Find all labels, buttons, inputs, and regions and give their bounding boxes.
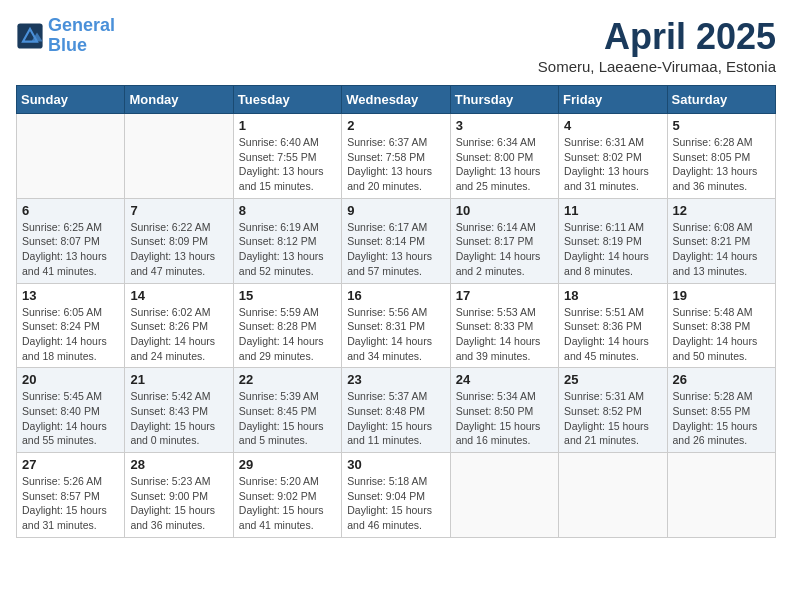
daylight-label: Daylight: 13 hours and 25 minutes. [456,165,541,192]
daylight-label: Daylight: 13 hours and 57 minutes. [347,250,432,277]
sunrise-label: Sunrise: 6:02 AM [130,306,210,318]
weekday-header: Saturday [667,86,775,114]
logo-text: General Blue [48,16,115,56]
day-number: 29 [239,457,336,472]
daylight-label: Daylight: 13 hours and 31 minutes. [564,165,649,192]
calendar-cell: 20 Sunrise: 5:45 AM Sunset: 8:40 PM Dayl… [17,368,125,453]
day-number: 13 [22,288,119,303]
day-number: 3 [456,118,553,133]
sunset-label: Sunset: 8:12 PM [239,235,317,247]
calendar-cell: 24 Sunrise: 5:34 AM Sunset: 8:50 PM Dayl… [450,368,558,453]
day-info: Sunrise: 5:34 AM Sunset: 8:50 PM Dayligh… [456,389,553,448]
sunrise-label: Sunrise: 6:08 AM [673,221,753,233]
sunrise-label: Sunrise: 6:17 AM [347,221,427,233]
weekday-header: Monday [125,86,233,114]
daylight-label: Daylight: 15 hours and 31 minutes. [22,504,107,531]
sunrise-label: Sunrise: 6:11 AM [564,221,644,233]
daylight-label: Daylight: 15 hours and 36 minutes. [130,504,215,531]
sunset-label: Sunset: 8:48 PM [347,405,425,417]
day-number: 22 [239,372,336,387]
month-title: April 2025 [538,16,776,58]
daylight-label: Daylight: 14 hours and 55 minutes. [22,420,107,447]
calendar-cell [17,114,125,199]
calendar-cell: 4 Sunrise: 6:31 AM Sunset: 8:02 PM Dayli… [559,114,667,199]
sunrise-label: Sunrise: 5:42 AM [130,390,210,402]
sunrise-label: Sunrise: 5:20 AM [239,475,319,487]
sunrise-label: Sunrise: 6:14 AM [456,221,536,233]
sunset-label: Sunset: 8:09 PM [130,235,208,247]
calendar-cell: 25 Sunrise: 5:31 AM Sunset: 8:52 PM Dayl… [559,368,667,453]
calendar-cell: 10 Sunrise: 6:14 AM Sunset: 8:17 PM Dayl… [450,198,558,283]
day-info: Sunrise: 5:20 AM Sunset: 9:02 PM Dayligh… [239,474,336,533]
day-number: 8 [239,203,336,218]
sunset-label: Sunset: 8:19 PM [564,235,642,247]
weekday-header: Sunday [17,86,125,114]
sunset-label: Sunset: 8:21 PM [673,235,751,247]
day-info: Sunrise: 6:08 AM Sunset: 8:21 PM Dayligh… [673,220,770,279]
day-number: 26 [673,372,770,387]
sunset-label: Sunset: 9:00 PM [130,490,208,502]
sunrise-label: Sunrise: 6:05 AM [22,306,102,318]
calendar-row: 6 Sunrise: 6:25 AM Sunset: 8:07 PM Dayli… [17,198,776,283]
sunset-label: Sunset: 8:14 PM [347,235,425,247]
calendar-cell: 16 Sunrise: 5:56 AM Sunset: 8:31 PM Dayl… [342,283,450,368]
calendar-cell: 1 Sunrise: 6:40 AM Sunset: 7:55 PM Dayli… [233,114,341,199]
daylight-label: Daylight: 13 hours and 41 minutes. [22,250,107,277]
day-info: Sunrise: 5:23 AM Sunset: 9:00 PM Dayligh… [130,474,227,533]
sunset-label: Sunset: 8:31 PM [347,320,425,332]
sunset-label: Sunset: 8:28 PM [239,320,317,332]
day-info: Sunrise: 5:53 AM Sunset: 8:33 PM Dayligh… [456,305,553,364]
calendar-cell: 15 Sunrise: 5:59 AM Sunset: 8:28 PM Dayl… [233,283,341,368]
sunset-label: Sunset: 8:45 PM [239,405,317,417]
calendar-cell [125,114,233,199]
calendar-row: 20 Sunrise: 5:45 AM Sunset: 8:40 PM Dayl… [17,368,776,453]
sunrise-label: Sunrise: 6:22 AM [130,221,210,233]
day-number: 6 [22,203,119,218]
day-number: 15 [239,288,336,303]
sunset-label: Sunset: 8:17 PM [456,235,534,247]
day-info: Sunrise: 6:40 AM Sunset: 7:55 PM Dayligh… [239,135,336,194]
sunset-label: Sunset: 8:55 PM [673,405,751,417]
sunrise-label: Sunrise: 6:31 AM [564,136,644,148]
daylight-label: Daylight: 14 hours and 34 minutes. [347,335,432,362]
day-number: 16 [347,288,444,303]
calendar-cell: 21 Sunrise: 5:42 AM Sunset: 8:43 PM Dayl… [125,368,233,453]
day-info: Sunrise: 5:56 AM Sunset: 8:31 PM Dayligh… [347,305,444,364]
sunset-label: Sunset: 8:36 PM [564,320,642,332]
sunrise-label: Sunrise: 6:25 AM [22,221,102,233]
day-info: Sunrise: 6:11 AM Sunset: 8:19 PM Dayligh… [564,220,661,279]
day-number: 5 [673,118,770,133]
day-number: 17 [456,288,553,303]
day-number: 19 [673,288,770,303]
day-number: 24 [456,372,553,387]
calendar-cell: 6 Sunrise: 6:25 AM Sunset: 8:07 PM Dayli… [17,198,125,283]
day-info: Sunrise: 5:59 AM Sunset: 8:28 PM Dayligh… [239,305,336,364]
sunset-label: Sunset: 8:43 PM [130,405,208,417]
calendar-cell: 13 Sunrise: 6:05 AM Sunset: 8:24 PM Dayl… [17,283,125,368]
calendar-row: 27 Sunrise: 5:26 AM Sunset: 8:57 PM Dayl… [17,453,776,538]
day-info: Sunrise: 6:05 AM Sunset: 8:24 PM Dayligh… [22,305,119,364]
sunrise-label: Sunrise: 6:34 AM [456,136,536,148]
calendar-cell: 22 Sunrise: 5:39 AM Sunset: 8:45 PM Dayl… [233,368,341,453]
calendar-cell: 7 Sunrise: 6:22 AM Sunset: 8:09 PM Dayli… [125,198,233,283]
sunset-label: Sunset: 9:04 PM [347,490,425,502]
sunrise-label: Sunrise: 5:37 AM [347,390,427,402]
sunset-label: Sunset: 8:40 PM [22,405,100,417]
sunrise-label: Sunrise: 5:45 AM [22,390,102,402]
sunset-label: Sunset: 8:57 PM [22,490,100,502]
sunrise-label: Sunrise: 5:59 AM [239,306,319,318]
sunrise-label: Sunrise: 5:23 AM [130,475,210,487]
calendar-cell: 2 Sunrise: 6:37 AM Sunset: 7:58 PM Dayli… [342,114,450,199]
weekday-header-row: SundayMondayTuesdayWednesdayThursdayFrid… [17,86,776,114]
day-number: 9 [347,203,444,218]
calendar-cell: 27 Sunrise: 5:26 AM Sunset: 8:57 PM Dayl… [17,453,125,538]
day-info: Sunrise: 5:51 AM Sunset: 8:36 PM Dayligh… [564,305,661,364]
sunrise-label: Sunrise: 6:28 AM [673,136,753,148]
sunrise-label: Sunrise: 5:28 AM [673,390,753,402]
daylight-label: Daylight: 13 hours and 15 minutes. [239,165,324,192]
daylight-label: Daylight: 14 hours and 13 minutes. [673,250,758,277]
sunrise-label: Sunrise: 6:37 AM [347,136,427,148]
calendar-cell: 14 Sunrise: 6:02 AM Sunset: 8:26 PM Dayl… [125,283,233,368]
daylight-label: Daylight: 15 hours and 11 minutes. [347,420,432,447]
day-number: 21 [130,372,227,387]
